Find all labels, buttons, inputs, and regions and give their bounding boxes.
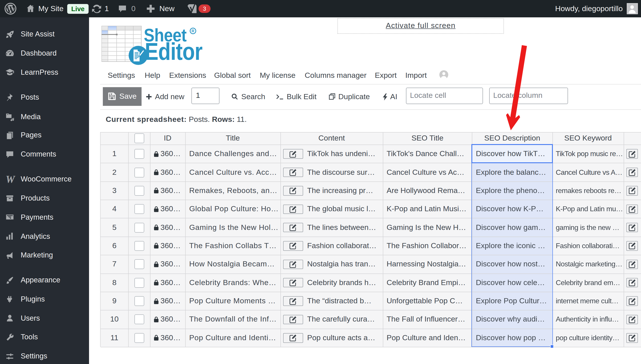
svg-text:W: W — [6, 174, 16, 184]
svg-text:R: R — [192, 29, 194, 33]
svg-text:Editor: Editor — [145, 38, 203, 64]
